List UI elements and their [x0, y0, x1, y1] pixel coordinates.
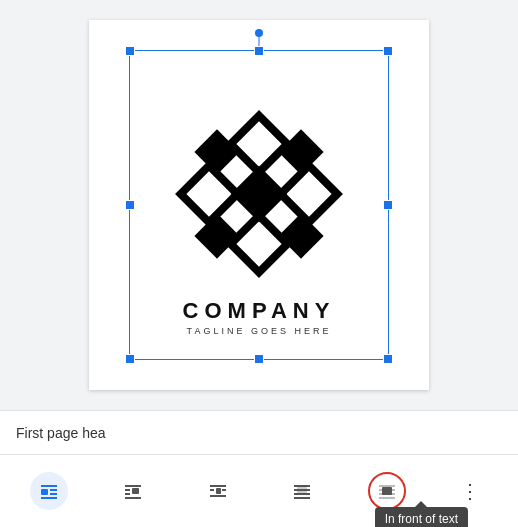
svg-rect-5: [194, 129, 239, 174]
svg-rect-4: [281, 166, 338, 223]
svg-rect-19: [210, 485, 226, 487]
resize-handle-tl[interactable]: [125, 46, 135, 56]
resize-handle-br[interactable]: [383, 354, 393, 364]
logo-svg: [169, 94, 349, 294]
svg-rect-15: [125, 489, 130, 491]
svg-rect-27: [294, 493, 310, 495]
svg-rect-12: [50, 493, 57, 495]
svg-rect-3: [181, 166, 238, 223]
image-toolbar: ⋮ In front of text: [0, 455, 518, 527]
svg-rect-11: [50, 489, 57, 491]
page-header-row: First page hea: [0, 411, 518, 455]
more-options-button[interactable]: ⋮: [452, 473, 488, 509]
svg-rect-9: [41, 485, 57, 487]
behind-text-button[interactable]: [283, 472, 321, 510]
svg-rect-32: [379, 493, 395, 495]
canvas-area: COMPANY TAGLINE GOES HERE: [0, 0, 518, 410]
tooltip-arrow: [415, 501, 427, 507]
break-text-icon: [208, 481, 228, 501]
resize-handle-bl[interactable]: [125, 354, 135, 364]
svg-rect-6: [278, 129, 323, 174]
break-text-button[interactable]: [199, 472, 237, 510]
in-front-text-icon: [377, 481, 397, 501]
page-container: COMPANY TAGLINE GOES HERE: [89, 20, 429, 390]
svg-rect-18: [125, 497, 141, 499]
svg-rect-17: [125, 493, 130, 495]
tooltip-container: In front of text: [375, 507, 468, 527]
svg-rect-20: [210, 489, 214, 491]
svg-rect-16: [132, 488, 139, 494]
resize-handle-bc[interactable]: [254, 354, 264, 364]
tooltip-box: In front of text: [375, 507, 468, 527]
svg-rect-28: [294, 497, 310, 499]
logo-image: COMPANY TAGLINE GOES HERE: [169, 74, 349, 336]
page-header-text: First page hea: [16, 425, 106, 441]
tagline: TAGLINE GOES HERE: [187, 326, 332, 336]
status-bar: First page hea: [0, 410, 518, 527]
svg-rect-22: [222, 489, 226, 491]
svg-rect-7: [194, 213, 239, 258]
wrap-text-icon: [123, 481, 143, 501]
svg-rect-14: [125, 485, 141, 487]
inline-button[interactable]: [30, 472, 68, 510]
svg-rect-24: [294, 485, 310, 487]
rotation-handle[interactable]: [255, 29, 263, 37]
rotation-line: [259, 36, 260, 50]
resize-handle-tc[interactable]: [254, 46, 264, 56]
svg-rect-10: [41, 489, 48, 495]
svg-rect-21: [216, 488, 221, 494]
wrap-text-button[interactable]: [114, 472, 152, 510]
resize-handle-mr[interactable]: [383, 200, 393, 210]
inline-icon: [39, 481, 59, 501]
svg-rect-2: [231, 216, 288, 273]
svg-rect-8: [278, 213, 323, 258]
svg-rect-1: [231, 116, 288, 173]
svg-rect-13: [41, 497, 57, 499]
svg-rect-33: [379, 497, 395, 499]
behind-text-icon: [292, 481, 312, 501]
svg-rect-23: [210, 495, 226, 497]
svg-rect-29: [379, 485, 395, 487]
more-dots-icon: ⋮: [460, 479, 480, 503]
resize-handle-ml[interactable]: [125, 200, 135, 210]
resize-handle-tr[interactable]: [383, 46, 393, 56]
in-front-of-text-button[interactable]: [368, 472, 406, 510]
company-name: COMPANY: [183, 298, 336, 324]
